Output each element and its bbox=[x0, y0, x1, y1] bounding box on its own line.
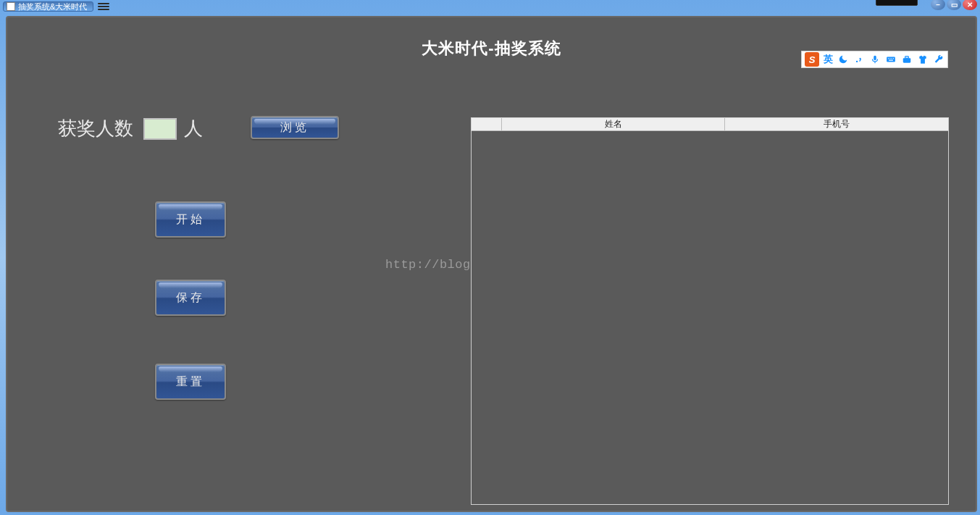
grid-header: 姓名 手机号 bbox=[472, 118, 948, 131]
sogou-logo-icon[interactable]: S bbox=[805, 52, 819, 67]
reset-button-label: 重置 bbox=[176, 374, 205, 390]
wrench-icon[interactable] bbox=[933, 54, 945, 65]
menu-icon[interactable] bbox=[98, 3, 109, 10]
skin-icon[interactable] bbox=[917, 54, 929, 65]
svg-rect-3 bbox=[888, 58, 889, 59]
start-button-wrap: 开始 bbox=[155, 201, 226, 238]
keyboard-icon[interactable] bbox=[885, 54, 897, 65]
browse-button-label: 浏览 bbox=[280, 120, 309, 135]
toolbox-icon[interactable] bbox=[901, 54, 913, 65]
ime-lang-toggle[interactable]: 英 bbox=[824, 53, 833, 66]
svg-point-0 bbox=[856, 61, 858, 62]
moon-icon[interactable] bbox=[837, 54, 849, 65]
browse-button-wrap: 浏览 bbox=[251, 116, 339, 139]
svg-rect-9 bbox=[905, 56, 909, 58]
grid-col-rowhead bbox=[472, 118, 502, 130]
reset-button[interactable]: 重置 bbox=[155, 364, 226, 400]
prize-count-input[interactable] bbox=[143, 118, 177, 140]
save-button[interactable]: 保存 bbox=[155, 280, 226, 316]
svg-rect-2 bbox=[887, 57, 895, 62]
maximize-button[interactable]: ▭ bbox=[947, 0, 961, 10]
mic-icon[interactable] bbox=[869, 54, 881, 65]
save-button-label: 保存 bbox=[176, 290, 205, 306]
app-title-tab: 抽奖系统&大米时代 bbox=[3, 1, 93, 12]
svg-rect-4 bbox=[889, 58, 890, 59]
app-title-text: 抽奖系统&大米时代 bbox=[18, 1, 87, 12]
prize-count-label: 获奖人数 bbox=[58, 116, 133, 141]
minimize-button[interactable]: – bbox=[931, 0, 945, 10]
svg-rect-6 bbox=[893, 58, 894, 59]
start-button-label: 开始 bbox=[176, 212, 205, 227]
start-button[interactable]: 开始 bbox=[155, 201, 226, 238]
svg-rect-5 bbox=[892, 58, 892, 59]
results-grid[interactable]: 姓名 手机号 bbox=[471, 117, 949, 505]
close-button[interactable]: ✕ bbox=[963, 0, 977, 10]
svg-rect-8 bbox=[903, 58, 911, 62]
window-controls: – ▭ ✕ bbox=[931, 0, 977, 10]
prize-count-unit: 人 bbox=[184, 116, 203, 141]
browse-button[interactable]: 浏览 bbox=[251, 116, 339, 139]
svg-rect-7 bbox=[889, 60, 893, 61]
grid-body bbox=[472, 131, 948, 504]
svg-rect-1 bbox=[874, 56, 876, 60]
main-frame: 大米时代-抽奖系统 S 英 获奖人数 人 bbox=[6, 16, 977, 512]
window-titlebar: 抽奖系统&大米时代 – ▭ ✕ bbox=[0, 0, 980, 13]
ime-toolbar[interactable]: S 英 bbox=[801, 51, 948, 68]
save-button-wrap: 保存 bbox=[155, 280, 226, 316]
punctuation-icon[interactable] bbox=[853, 54, 865, 65]
battery-indicator bbox=[876, 0, 918, 6]
grid-col-phone: 手机号 bbox=[725, 118, 948, 130]
grid-col-name: 姓名 bbox=[502, 118, 725, 130]
app-icon bbox=[7, 2, 15, 11]
reset-button-wrap: 重置 bbox=[155, 364, 226, 400]
